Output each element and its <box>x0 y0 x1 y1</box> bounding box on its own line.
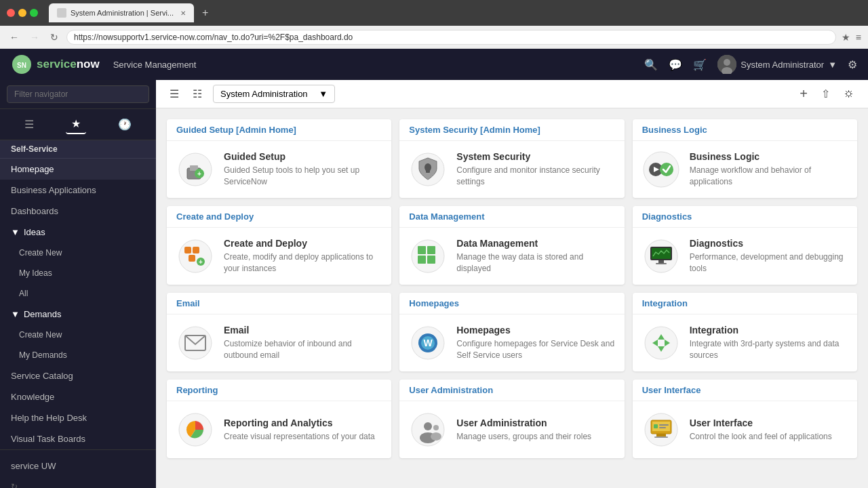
gear-icon[interactable]: ⚙ <box>848 58 857 71</box>
diagnostics-icon <box>642 237 680 275</box>
card-section-title: Homepages <box>409 298 459 308</box>
card-header-reporting[interactable]: Reporting <box>167 380 391 401</box>
card-body-business-logic[interactable]: Business Logic Manage workflow and behav… <box>633 141 857 198</box>
back-button[interactable]: ← <box>7 30 22 44</box>
card-body-diagnostics[interactable]: Diagnostics Performance, development and… <box>633 228 857 285</box>
search-input[interactable] <box>7 85 149 103</box>
address-bar[interactable]: https://nowsupportv1.service-now.com/nav… <box>66 30 836 45</box>
sidebar-item-ideas-all[interactable]: All <box>0 283 156 304</box>
bookmark-icon[interactable]: ★ <box>842 32 850 43</box>
sidebar-item-my-demands[interactable]: My Demands <box>0 345 156 365</box>
user-interface-text: User Interface Control the look and feel… <box>690 418 848 443</box>
sidebar-list-icon[interactable]: ☰ <box>19 115 39 134</box>
sidebar-item-business-applications[interactable]: Business Applications <box>0 180 156 201</box>
user-dropdown-icon: ▼ <box>828 60 837 70</box>
app-header: SN servicenow Service Management 🔍 💬 🛒 <box>0 49 868 80</box>
card-header-email[interactable]: Email <box>167 293 391 314</box>
card-integration: Integration <box>633 293 857 371</box>
svg-rect-24 <box>418 246 426 254</box>
user-admin-title: User Administration <box>456 418 614 428</box>
svg-rect-19 <box>193 247 199 253</box>
card-header-user-admin[interactable]: User Administration <box>399 380 624 401</box>
card-body-homepages[interactable]: W Homepages Configure homepages for Serv… <box>399 314 624 371</box>
card-body-guided-setup[interactable]: + Guided Setup Guided Setup tools to hel… <box>167 141 391 198</box>
sidebar-item-demands[interactable]: ▼ Demands <box>0 304 156 325</box>
settings-icon[interactable]: ≡ <box>856 32 861 43</box>
card-body-user-interface[interactable]: User Interface Control the look and feel… <box>633 401 857 458</box>
svg-point-49 <box>433 425 439 430</box>
new-tab-button[interactable]: + <box>202 7 208 19</box>
header-left: SN servicenow Service Management <box>11 54 196 75</box>
card-header-system-security[interactable]: System Security [Admin Home] <box>399 119 624 141</box>
svg-rect-20 <box>189 255 195 262</box>
grid-view-button[interactable]: ☷ <box>190 85 205 103</box>
user-interface-desc: Control the look and feel of application… <box>690 431 848 443</box>
tab-favicon <box>57 8 66 18</box>
card-body-system-security[interactable]: System Security Configure and monitor in… <box>399 141 624 198</box>
dropdown-value: System Administration <box>220 89 308 99</box>
cart-icon[interactable]: 🛒 <box>693 58 707 71</box>
card-header-integration[interactable]: Integration <box>633 293 857 314</box>
card-homepages: Homepages W <box>399 293 624 371</box>
card-header-business-logic[interactable]: Business Logic <box>633 119 857 141</box>
share-button[interactable]: ⇧ <box>818 83 833 104</box>
user-menu[interactable]: System Administrator ▼ <box>717 55 837 74</box>
card-create-deploy: Create and Deploy <box>167 206 391 285</box>
sidebar-item-ideas-create-new[interactable]: Create New <box>0 243 156 263</box>
sidebar-item-dashboards[interactable]: Dashboards <box>0 201 156 222</box>
sidebar-item-knowledge[interactable]: Knowledge <box>0 386 156 407</box>
card-body-email[interactable]: Email Customize behavior of inbound and … <box>167 314 391 371</box>
settings-button[interactable]: ⛭ <box>841 83 857 104</box>
close-dot[interactable] <box>7 9 15 17</box>
dropdown-arrow-icon: ▼ <box>319 89 328 99</box>
card-body-create-deploy[interactable]: + Create and Deploy Create, modify and d… <box>167 228 391 285</box>
forward-button[interactable]: → <box>27 30 42 44</box>
cards-grid: Guided Setup [Admin Home] <box>167 119 857 458</box>
main-layout: ☰ ★ 🕐 Self-Service Homepage Business App… <box>0 80 868 488</box>
svg-point-3 <box>724 59 730 66</box>
browser-tab[interactable]: System Administration | Servi... ✕ <box>49 3 194 22</box>
sidebar-star-icon[interactable]: ★ <box>66 115 86 134</box>
card-header-diagnostics[interactable]: Diagnostics <box>633 206 857 228</box>
guided-setup-desc: Guided Setup tools to help you set up Se… <box>224 165 382 188</box>
content-area: ☰ ☷ System Administration ▼ + ⇧ ⛭ <box>156 80 868 488</box>
chat-icon[interactable]: 💬 <box>669 58 682 71</box>
card-data-management: Data Management <box>399 206 624 285</box>
diagnostics-desc: Performance, development and debugging t… <box>690 251 848 274</box>
list-view-button[interactable]: ☰ <box>167 85 182 103</box>
add-button[interactable]: + <box>797 83 810 104</box>
card-body-reporting[interactable]: Reporting and Analytics Create visual re… <box>167 401 391 458</box>
sidebar-item-service-catalog[interactable]: Service Catalog <box>0 365 156 386</box>
svg-point-33 <box>179 327 212 359</box>
sidebar-item-help-help-desk[interactable]: Help the Help Desk <box>0 407 156 428</box>
refresh-button[interactable]: ↻ <box>47 30 61 44</box>
card-body-user-admin[interactable]: User Administration Manage users, groups… <box>399 401 624 458</box>
card-header-create-deploy[interactable]: Create and Deploy <box>167 206 391 228</box>
card-header-guided-setup[interactable]: Guided Setup [Admin Home] <box>167 119 391 141</box>
maximize-dot[interactable] <box>30 9 38 17</box>
sidebar-clock-icon[interactable]: 🕐 <box>113 115 137 134</box>
sidebar-item-visual-task-boards[interactable]: Visual Task Boards <box>0 428 156 449</box>
sidebar-item-homepage[interactable]: Homepage <box>0 159 156 180</box>
email-title: Email <box>224 325 382 336</box>
sidebar-item-service-uw[interactable]: service UW <box>11 455 145 476</box>
minimize-dot[interactable] <box>18 9 26 17</box>
create-deploy-title: Create and Deploy <box>224 238 382 249</box>
search-icon[interactable]: 🔍 <box>644 58 658 71</box>
integration-text: Integration Integrate with 3rd-party sys… <box>690 325 848 361</box>
card-header-user-interface[interactable]: User Interface <box>633 380 857 401</box>
section-dropdown[interactable]: System Administration ▼ <box>213 85 335 103</box>
sidebar-item-demands-create-new[interactable]: Create New <box>0 325 156 345</box>
sidebar-go-back[interactable]: ↻ <box>11 476 145 488</box>
diagnostics-text: Diagnostics Performance, development and… <box>690 238 848 274</box>
tab-close-button[interactable]: ✕ <box>180 9 186 17</box>
card-body-integration[interactable]: Integration Integrate with 3rd-party sys… <box>633 314 857 371</box>
homepages-icon: W <box>409 324 447 362</box>
user-interface-title: User Interface <box>690 418 848 428</box>
sidebar-item-ideas[interactable]: ▼ Ideas <box>0 222 156 243</box>
email-desc: Customize behavior of inbound and outbou… <box>224 338 382 361</box>
card-header-data-management[interactable]: Data Management <box>399 206 624 228</box>
card-header-homepages[interactable]: Homepages <box>399 293 624 314</box>
card-body-data-management[interactable]: Data Management Manage the way data is s… <box>399 228 624 285</box>
sidebar-item-my-ideas[interactable]: My Ideas <box>0 263 156 283</box>
